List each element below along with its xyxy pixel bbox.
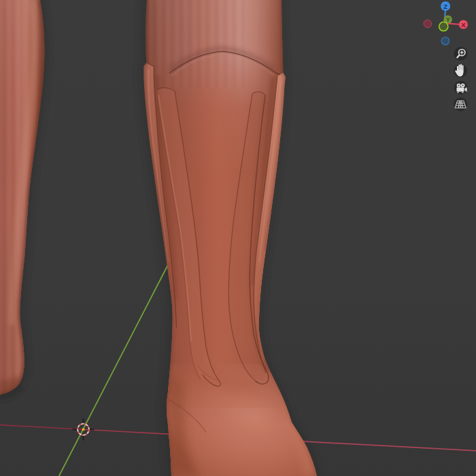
svg-text:Z: Z	[443, 3, 447, 10]
svg-text:Y: Y	[446, 16, 450, 23]
svg-text:X: X	[461, 21, 466, 29]
